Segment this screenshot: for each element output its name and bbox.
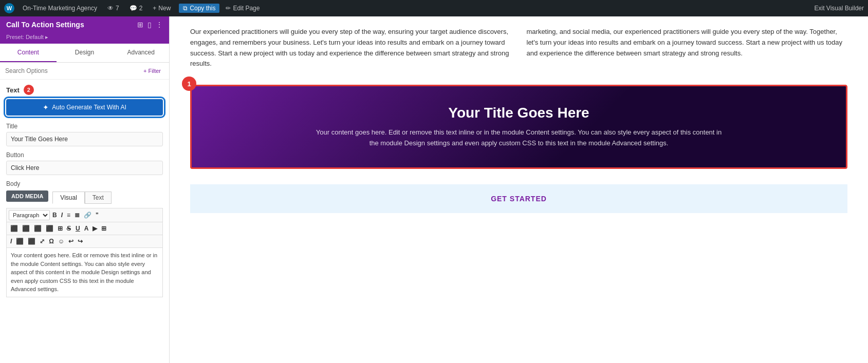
- maximize-icon[interactable]: ⊞: [137, 21, 143, 29]
- ol-button[interactable]: ≣: [73, 211, 81, 220]
- comments-count: 2: [139, 5, 143, 12]
- expand-button[interactable]: ⤢: [38, 237, 46, 246]
- underline-button[interactable]: U: [74, 224, 82, 233]
- tab-advanced[interactable]: Advanced: [113, 44, 169, 62]
- text-section-label: Text 2: [6, 85, 163, 95]
- admin-bar: W On-Time Marketing Agency 👁 7 💬 2 + New…: [0, 0, 868, 16]
- align-right-button[interactable]: ⬛: [32, 224, 43, 233]
- blockquote-button[interactable]: ": [94, 211, 100, 220]
- ai-icon: ✦: [43, 103, 49, 111]
- ai-generate-button[interactable]: ✦ Auto Generate Text With AI: [6, 99, 163, 116]
- text-badge: 2: [24, 85, 34, 95]
- content-para-1: Our experienced practitioners will guide…: [190, 27, 511, 69]
- tab-content[interactable]: Content: [0, 44, 57, 62]
- text-tab[interactable]: Text: [85, 192, 112, 204]
- text-label: Text: [6, 86, 20, 94]
- agency-label: On-Time Marketing Agency: [23, 5, 97, 12]
- panel-search-bar: + Filter: [0, 63, 169, 80]
- undo-button[interactable]: ↩: [67, 237, 75, 246]
- edit-label: Edit Page: [233, 5, 260, 12]
- link-button[interactable]: 🔗: [82, 211, 93, 220]
- comments-item[interactable]: 💬 2: [127, 5, 145, 12]
- ul-button[interactable]: ≡: [65, 211, 72, 220]
- panel-content: Text 2 ✦ Auto Generate Text With AI Titl…: [0, 80, 169, 363]
- agency-name[interactable]: On-Time Marketing Agency: [21, 5, 99, 12]
- color-button[interactable]: A: [83, 224, 90, 233]
- table-button[interactable]: ⊞: [56, 224, 64, 233]
- italic2-button[interactable]: I: [9, 237, 13, 246]
- more-formats-button[interactable]: ⊞: [100, 224, 108, 233]
- search-input[interactable]: [5, 67, 137, 74]
- redo-button[interactable]: ↪: [76, 237, 84, 246]
- panel-header-actions: ⊞ ▯ ⋮: [137, 21, 163, 29]
- strikethrough-button[interactable]: S̶: [65, 224, 73, 233]
- panel-title: Call To Action Settings: [6, 21, 84, 29]
- right-content: Our experienced practitioners will guide…: [170, 16, 868, 363]
- indent-button[interactable]: ▶: [91, 224, 99, 233]
- cta-wrapper: 1 Your Title Goes Here Your content goes…: [190, 85, 847, 169]
- special-char-button[interactable]: Ω: [47, 237, 56, 246]
- new-item[interactable]: + New: [151, 5, 173, 12]
- cta-badge: 1: [182, 77, 196, 91]
- panel-preset: Preset: Default ▸: [0, 33, 169, 44]
- align-left-button[interactable]: ⬛: [9, 224, 20, 233]
- cta-module[interactable]: Your Title Goes Here Your content goes h…: [190, 85, 847, 169]
- eye-icon: 👁: [107, 5, 114, 12]
- align-center-button[interactable]: ⬛: [21, 224, 31, 233]
- views-item[interactable]: 👁 7: [105, 5, 121, 12]
- left-panel: Call To Action Settings ⊞ ▯ ⋮ Preset: De…: [0, 16, 170, 363]
- filter-button[interactable]: + Filter: [140, 67, 164, 75]
- body-section: Body ADD MEDIA Visual Text Paragraph B I…: [6, 180, 163, 297]
- italic-button[interactable]: I: [60, 211, 64, 220]
- plus-icon: +: [153, 5, 156, 12]
- body-label: Body: [6, 180, 163, 187]
- copy-label: Copy this: [190, 5, 215, 12]
- panel-tabs: Content Design Advanced: [0, 44, 169, 63]
- exit-label: Exit Visual Builder: [815, 5, 864, 12]
- new-label: New: [158, 5, 171, 12]
- add-media-button[interactable]: ADD MEDIA: [6, 190, 48, 202]
- views-count: 7: [116, 5, 119, 12]
- main-layout: Call To Action Settings ⊞ ▯ ⋮ Preset: De…: [0, 16, 868, 363]
- toolbar-row-2: ⬛ ⬛ ⬛ ⬛ ⊞ S̶ U A ▶ ⊞: [6, 222, 163, 235]
- ai-button-label: Auto Generate Text With AI: [52, 104, 126, 111]
- comment-icon: 💬: [130, 5, 137, 12]
- toolbar-row-3: I ⬛ ⬛ ⤢ Ω ☺ ↩ ↪: [6, 235, 163, 247]
- indent2-button[interactable]: ⬛: [14, 237, 25, 246]
- bottom-section: GET STARTED: [190, 184, 847, 213]
- get-started-label: GET STARTED: [211, 195, 827, 203]
- button-input[interactable]: [6, 161, 163, 175]
- body-text-content[interactable]: Your content goes here. Edit or remove t…: [6, 247, 163, 297]
- exit-builder-button[interactable]: Exit Visual Builder: [815, 5, 864, 12]
- outdent-button[interactable]: ⬛: [26, 237, 37, 246]
- copy-this-button[interactable]: ⧉ Copy this: [179, 4, 219, 13]
- visual-tab[interactable]: Visual: [52, 192, 84, 204]
- more-icon[interactable]: ⋮: [156, 21, 163, 29]
- toolbar-row-1: Paragraph B I ≡ ≣ 🔗 ": [6, 208, 163, 222]
- content-area: Our experienced practitioners will guide…: [170, 16, 868, 223]
- bold-button[interactable]: B: [51, 211, 59, 220]
- emoji-button[interactable]: ☺: [57, 237, 66, 246]
- title-input[interactable]: [6, 132, 163, 146]
- justify-button[interactable]: ⬛: [44, 224, 55, 233]
- content-para-2: marketing, and social media, our experie…: [527, 27, 848, 69]
- pencil-icon: ✏: [226, 5, 231, 12]
- body-editor-tabs: Visual Text: [52, 192, 111, 204]
- button-field-label: Button: [6, 151, 163, 159]
- title-field-label: Title: [6, 123, 163, 130]
- panel-header: Call To Action Settings ⊞ ▯ ⋮: [0, 16, 169, 33]
- split-icon[interactable]: ▯: [147, 21, 152, 29]
- edit-page-button[interactable]: ✏ Edit Page: [226, 5, 260, 12]
- copy-icon: ⧉: [183, 5, 188, 12]
- paragraph-select[interactable]: Paragraph: [9, 210, 50, 220]
- cta-body-text: Your content goes here. Edit or remove t…: [313, 127, 725, 149]
- tab-design[interactable]: Design: [57, 44, 113, 62]
- cta-title: Your Title Goes Here: [212, 105, 825, 121]
- content-paragraphs: Our experienced practitioners will guide…: [190, 27, 847, 69]
- wp-icon[interactable]: W: [4, 3, 14, 13]
